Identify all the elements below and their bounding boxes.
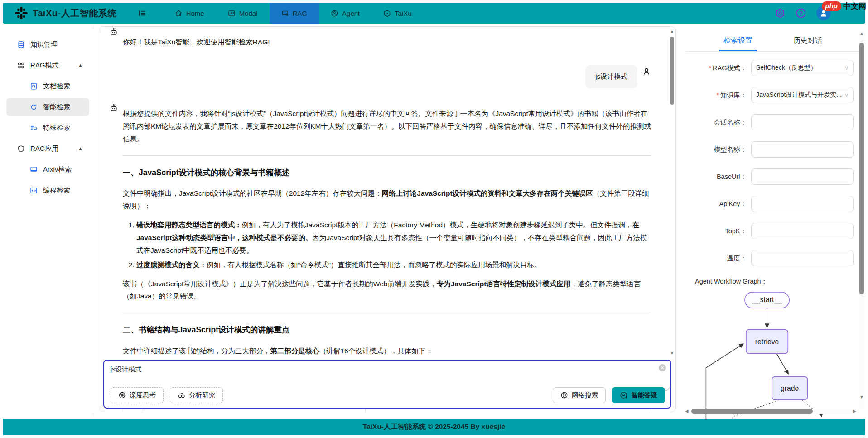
- clear-input-icon[interactable]: ✕: [659, 364, 666, 371]
- scroll-down-arrow-icon[interactable]: ▼: [859, 395, 864, 399]
- analyze-research-button[interactable]: 分析研究: [170, 387, 223, 403]
- scroll-up-arrow-icon[interactable]: ▲: [670, 29, 674, 34]
- sidebar: 知识管理 RAG模式 ▲ 文档检索 智能检索 特殊检索 RAG应用: [3, 26, 93, 416]
- nav-label: Agent: [342, 10, 360, 17]
- scroll-right-arrow-icon[interactable]: ▶: [853, 409, 856, 414]
- section-2-lead: 文件中详细描述了该书的结构，分为三大部分，第二部分是核心（讲解16个设计模式），…: [123, 345, 651, 357]
- chevron-down-icon: ∨: [844, 65, 849, 71]
- scroll-down-arrow-icon[interactable]: ▼: [670, 351, 674, 356]
- sidebar-item-label: 知识管理: [30, 40, 58, 49]
- button-label: 网络搜索: [572, 391, 598, 399]
- sidebar-item-label: 智能检索: [43, 103, 70, 111]
- chat-input[interactable]: js设计模式: [111, 365, 664, 385]
- panel-horizontal-scrollbar[interactable]: ◀ ▶: [685, 409, 856, 414]
- session-name-input[interactable]: [756, 119, 849, 126]
- svg-text:?: ?: [800, 10, 803, 17]
- top-k-input[interactable]: [756, 227, 849, 235]
- nav-item-agent[interactable]: Agent: [319, 3, 371, 24]
- tab-retrieval-settings[interactable]: 检索设置: [719, 34, 757, 51]
- model-name-input-wrap: [751, 141, 854, 158]
- divider: [123, 155, 651, 156]
- svg-text:A: A: [230, 11, 233, 15]
- nav-item-home[interactable]: Home: [163, 3, 216, 24]
- agent-workflow-graph: __start__ retrieve grade: [692, 289, 846, 420]
- base-url-input[interactable]: [756, 173, 849, 180]
- text-run: 例如，有人为了模拟JavaScript版本的工厂方法（Factory Metho…: [242, 221, 632, 229]
- panel-scrollbar-thumb[interactable]: [859, 43, 864, 294]
- knowledge-base-select[interactable]: JavaScript设计模式与开发实...∨: [751, 87, 854, 103]
- analyze-icon: [178, 391, 185, 399]
- deep-think-button[interactable]: 深度思考: [111, 387, 164, 403]
- refresh-icon: [30, 103, 38, 111]
- chat-area: 你好！我是TaiXu智能，欢迎使用智能检索RAG! js设计模式 根据您提供的文…: [93, 26, 682, 416]
- required-asterisk: *: [716, 91, 719, 99]
- code-icon: [30, 187, 38, 194]
- monitor-icon: [30, 166, 38, 173]
- sidebar-item-special-search[interactable]: 特殊检索: [6, 119, 89, 137]
- button-label: 智能答疑: [631, 391, 657, 399]
- chevron-up-icon[interactable]: ▲: [78, 63, 83, 68]
- sidebar-item-label: Arxiv检索: [43, 165, 72, 174]
- panel-hscrollbar-thumb[interactable]: [691, 409, 813, 414]
- agent-icon: [331, 10, 338, 17]
- user-message: js设计模式: [109, 65, 651, 88]
- node-start-label: __start__: [752, 296, 782, 304]
- help-icon[interactable]: ?: [796, 8, 806, 19]
- text-run: 该书（《JavaScript常用设计模式》）正是为了解决这些问题，它基于作者长期…: [123, 280, 437, 288]
- settings-gear-icon[interactable]: [775, 8, 786, 19]
- globe-icon: [560, 391, 568, 399]
- temperature-input[interactable]: [756, 255, 849, 262]
- tab-history[interactable]: 历史对话: [789, 34, 827, 51]
- doc-search-icon: [30, 82, 38, 90]
- sidebar-item-code-search[interactable]: 编程检索: [6, 181, 89, 199]
- node-grade-label: grade: [781, 385, 799, 392]
- panel-vertical-scrollbar[interactable]: ▲ ▼: [859, 31, 864, 409]
- field-rag-mode: *RAG模式： SelfCheck（反思型）∨: [692, 60, 854, 76]
- edge-retrieve-grade: [777, 354, 789, 374]
- sidebar-item-arxiv-search[interactable]: Arxiv检索: [6, 160, 89, 178]
- scroll-up-arrow-icon[interactable]: ▲: [859, 31, 864, 36]
- nav-item-taixu[interactable]: TaiXu: [371, 3, 424, 24]
- field-label: 温度：: [692, 254, 747, 263]
- sidebar-group-rag-mode[interactable]: RAG模式 ▲: [6, 56, 89, 74]
- field-label: 会话名称：: [692, 118, 747, 127]
- footer-text: TaiXu-人工智能系统 © 2025-2045 By xuesjie: [363, 422, 505, 432]
- workflow-graph-label: Agent Workflow Graph：: [695, 277, 854, 286]
- php-badge: php: [822, 1, 842, 11]
- chevron-up-icon[interactable]: ▲: [78, 146, 83, 151]
- grid-icon: [17, 62, 25, 69]
- model-name-input[interactable]: [756, 146, 849, 153]
- field-top-k: TopK：: [692, 223, 854, 239]
- robot-icon: [109, 28, 118, 37]
- chat-input-box: js设计模式 ✕ 深度思考 分析研究: [103, 360, 671, 409]
- chat-scrollbar[interactable]: ▲ ▼: [670, 29, 674, 410]
- web-search-button[interactable]: 网络搜索: [553, 387, 606, 403]
- sidebar-group-label: RAG模式: [30, 61, 59, 70]
- sidebar-item-knowledge[interactable]: 知识管理: [6, 35, 89, 53]
- sidebar-collapse-icon[interactable]: [138, 9, 147, 18]
- greeting-text: 你好！我是TaiXu智能，欢迎使用智能检索RAG!: [123, 31, 270, 47]
- nav-item-rag[interactable]: RAG: [270, 3, 319, 24]
- rag-mode-select[interactable]: SelfCheck（反思型）∨: [751, 60, 854, 76]
- text-run: 文件中详细描述了该书的结构，分为三大部分，: [123, 347, 270, 355]
- sidebar-item-doc-search[interactable]: 文档检索: [6, 77, 89, 95]
- text-run-bold: 过度臆测模式的含义：: [136, 261, 207, 269]
- nav-item-modal[interactable]: A Modal: [216, 3, 270, 24]
- chat-scrollbar-thumb[interactable]: [670, 37, 674, 105]
- field-label: *RAG模式：: [692, 64, 747, 72]
- smart-qa-button[interactable]: 智能答疑: [612, 387, 665, 403]
- text-run-bold: 专为JavaScript语言特性定制设计模式应用: [437, 280, 570, 288]
- main-nav: Home A Modal RAG Agent TaiXu: [163, 3, 424, 24]
- api-key-input[interactable]: [756, 200, 849, 207]
- field-label: *知识库：: [692, 91, 747, 100]
- field-temperature: 温度：: [692, 250, 854, 266]
- sidebar-group-rag-app[interactable]: RAG应用 ▲: [6, 140, 89, 158]
- site-watermark: php 中文网: [822, 1, 867, 11]
- scroll-left-arrow-icon[interactable]: ◀: [685, 409, 689, 414]
- text-run-bold: 第二部分是核心: [270, 347, 320, 355]
- button-label: 分析研究: [189, 391, 215, 399]
- sidebar-item-label: 文档检索: [43, 82, 70, 91]
- page: php 中文网 TaiXu-人工智能系统 Home A: [0, 0, 868, 438]
- section-2-heading: 二、书籍结构与JavaScript设计模式的讲解重点: [123, 323, 651, 337]
- sidebar-item-smart-search[interactable]: 智能检索: [6, 98, 89, 116]
